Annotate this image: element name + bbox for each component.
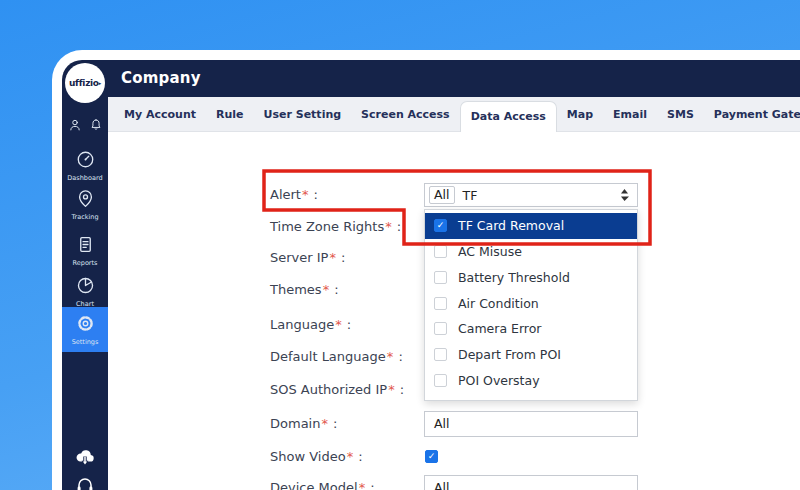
cloud-download-icon[interactable]: [62, 446, 108, 472]
sidebar-item-settings[interactable]: Settings: [62, 307, 108, 352]
desktop-background: uffizio DashboardTrackingReportsChartSet…: [0, 0, 800, 490]
selected-value-chip[interactable]: All: [429, 186, 455, 204]
label-text: Alert: [270, 187, 301, 202]
option-checkbox[interactable]: [434, 322, 447, 335]
field-label-alert: Alert* :: [270, 187, 318, 202]
page-title-bar: Company: [108, 60, 800, 97]
sidebar-item-label: Reports: [62, 259, 108, 267]
field-label-themes: Themes* :: [270, 282, 339, 297]
bell-icon[interactable]: [89, 117, 103, 136]
option-checkbox[interactable]: [434, 374, 447, 387]
required-asterisk: *: [359, 480, 366, 490]
tab-bar: My AccountRuleUser SettingScreen AccessD…: [108, 97, 800, 132]
label-text: Domain: [270, 416, 320, 431]
option-label: POI Overstay: [458, 373, 540, 388]
label-text: Server IP: [270, 250, 328, 265]
label-colon: :: [309, 187, 318, 202]
tab-screen-access[interactable]: Screen Access: [351, 97, 460, 132]
option-label: Battery Threshold: [458, 270, 570, 285]
option-checkbox[interactable]: [434, 271, 447, 284]
label-colon: :: [394, 349, 403, 364]
sidebar-item-label: Dashboard: [62, 174, 108, 182]
required-asterisk: *: [385, 219, 392, 234]
uffizio-logo[interactable]: uffizio: [65, 63, 105, 103]
dropdown-option-ac-misuse[interactable]: AC Misuse: [425, 239, 637, 265]
field-label-show-video: Show Video* :: [270, 449, 363, 464]
report-icon: [76, 239, 95, 258]
label-text: Themes: [270, 282, 322, 297]
field-label-sos-authorized-ip: SOS Authorized IP* :: [270, 382, 404, 397]
label-text: Default Language: [270, 349, 386, 364]
sidebar: uffizio DashboardTrackingReportsChartSet…: [62, 60, 108, 490]
required-asterisk: *: [302, 187, 309, 202]
sidebar-item-dashboard[interactable]: Dashboard: [62, 148, 108, 182]
show-video-checkbox[interactable]: [425, 450, 438, 463]
multiselect-search-text[interactable]: TF: [463, 188, 621, 203]
label-text: Language: [270, 317, 334, 332]
domain-input[interactable]: All: [424, 411, 638, 437]
field-label-language: Language* :: [270, 317, 351, 332]
option-checkbox[interactable]: [434, 245, 447, 258]
gear-icon: [76, 318, 95, 337]
dropdown-option-camera-error[interactable]: Camera Error: [425, 316, 637, 342]
sidebar-item-chart[interactable]: Chart: [62, 274, 108, 308]
required-asterisk: *: [335, 317, 342, 332]
main-area: Company My AccountRuleUser SettingScreen…: [108, 60, 800, 490]
tab-rule[interactable]: Rule: [206, 97, 254, 132]
required-asterisk: *: [329, 250, 336, 265]
required-asterisk: *: [388, 382, 395, 397]
dropdown-option-depart-from-poi[interactable]: Depart From POI: [425, 342, 637, 368]
tab-my-account[interactable]: My Account: [114, 97, 206, 132]
dropdown-option-tf-card-removal[interactable]: TF Card Removal: [425, 213, 637, 239]
label-text: SOS Authorized IP: [270, 382, 387, 397]
option-label: AC Misuse: [458, 244, 522, 259]
tab-user-setting[interactable]: User Setting: [254, 97, 352, 132]
required-asterisk: *: [323, 282, 330, 297]
map-pin-icon: [76, 193, 95, 212]
logo-text: uffizio: [69, 78, 101, 88]
dropdown-option-battery-threshold[interactable]: Battery Threshold: [425, 264, 637, 290]
field-label-server-ip: Server IP* :: [270, 250, 345, 265]
label-text: Show Video: [270, 449, 346, 464]
label-colon: :: [330, 282, 339, 297]
option-checkbox[interactable]: [434, 219, 447, 232]
sidebar-item-tracking[interactable]: Tracking: [62, 187, 108, 221]
alert-dropdown-panel: TF Card RemovalAC MisuseBattery Threshol…: [424, 209, 638, 401]
field-label-device-model: Device Model* :: [270, 480, 375, 490]
pie-chart-icon: [76, 280, 95, 299]
label-colon: :: [337, 250, 346, 265]
label-colon: :: [366, 480, 375, 490]
page-title: Company: [121, 69, 201, 87]
tab-data-access[interactable]: Data Access: [460, 101, 557, 132]
required-asterisk: *: [321, 416, 328, 431]
option-label: Camera Error: [458, 321, 542, 336]
sidebar-item-label: Tracking: [62, 213, 108, 221]
tab-email[interactable]: Email: [603, 97, 657, 132]
field-label-domain: Domain* :: [270, 416, 337, 431]
option-label: Depart From POI: [458, 347, 561, 362]
label-colon: :: [396, 382, 405, 397]
sidebar-top-icons: [62, 117, 108, 136]
dropdown-option-air-condition[interactable]: Air Condition: [425, 290, 637, 316]
headset-icon[interactable]: [62, 474, 108, 490]
option-checkbox[interactable]: [434, 297, 447, 310]
device-model-input[interactable]: All: [424, 475, 638, 490]
option-label: TF Card Removal: [458, 218, 564, 233]
label-text: Device Model: [270, 480, 358, 490]
option-label: Air Condition: [458, 296, 539, 311]
label-colon: :: [329, 416, 338, 431]
dropdown-option-poi-overstay[interactable]: POI Overstay: [425, 367, 637, 393]
user-icon[interactable]: [68, 117, 82, 136]
tab-sms[interactable]: SMS: [657, 97, 704, 132]
tab-map[interactable]: Map: [557, 97, 603, 132]
sidebar-item-label: Settings: [62, 338, 108, 346]
option-checkbox[interactable]: [434, 348, 447, 361]
updown-arrows-icon: [620, 188, 629, 202]
gauge-icon: [76, 154, 95, 173]
sidebar-item-reports[interactable]: Reports: [62, 233, 108, 267]
app-window: uffizio DashboardTrackingReportsChartSet…: [52, 50, 800, 490]
alert-multiselect[interactable]: All TF: [424, 183, 638, 207]
label-colon: :: [343, 317, 352, 332]
form-content: Alert* :Time Zone Rights* :Server IP* :T…: [108, 132, 800, 490]
tab-payment-gateway[interactable]: Payment Gateway: [704, 97, 800, 132]
